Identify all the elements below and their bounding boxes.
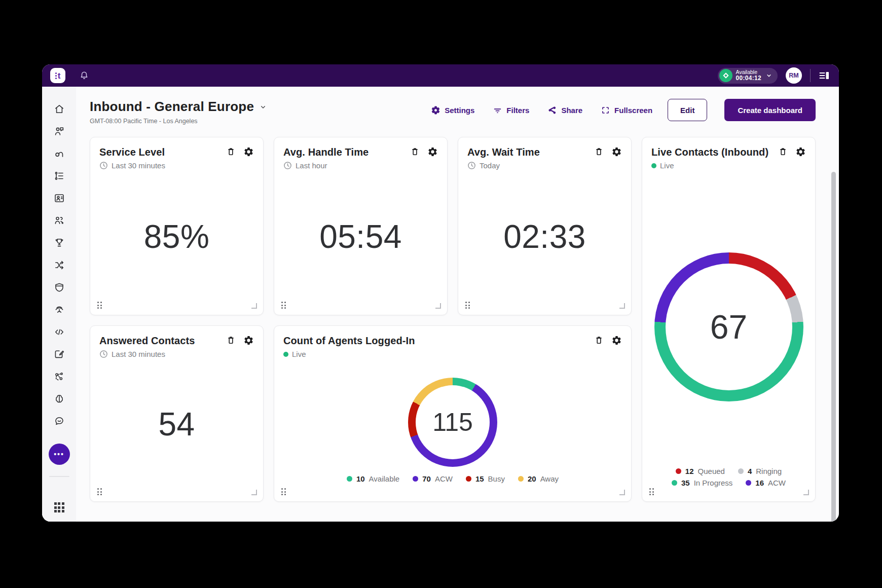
notifications-bell-icon[interactable]	[79, 70, 90, 81]
sidebar-divider	[49, 476, 69, 477]
resize-corner[interactable]	[435, 303, 441, 309]
donut-total: 67	[710, 308, 747, 346]
dashboard-selector[interactable]: Inbound - General Europe	[90, 99, 267, 115]
widget-settings-gear-icon[interactable]	[795, 146, 806, 157]
legend-item: 10 Available	[347, 474, 399, 483]
legend-dot	[676, 468, 681, 474]
agent-status-pill[interactable]: Available 00:04:12	[718, 68, 778, 84]
sidebar-item-home-icon[interactable]	[53, 103, 65, 115]
clock-icon	[283, 161, 292, 170]
sidebar-item-more[interactable]: •••	[49, 444, 70, 465]
sidebar-item-leaderboard-icon[interactable]	[53, 237, 65, 249]
sidebar-item-feedback-icon[interactable]	[53, 415, 65, 427]
sidebar-item-developer-icon[interactable]	[53, 326, 65, 338]
settings-label: Settings	[445, 106, 474, 115]
card-title: Answered Contacts	[99, 335, 195, 347]
sidebar-item-workflows-icon[interactable]	[53, 259, 65, 271]
status-available-icon	[719, 69, 732, 82]
sidebar-item-teams-icon[interactable]	[53, 214, 65, 227]
create-dashboard-button[interactable]: Create dashboard	[724, 99, 816, 121]
resize-corner[interactable]	[619, 303, 625, 309]
card-title: Live Contacts (Inbound)	[651, 146, 768, 158]
drag-handle[interactable]	[281, 488, 286, 495]
resize-corner[interactable]	[251, 303, 257, 309]
edit-button[interactable]: Edit	[668, 99, 707, 121]
main-content: Inbound - General Europe GMT-08:00 Pacif…	[76, 87, 839, 522]
card-service-level: Service Level Last 30 minutes 85%	[90, 137, 264, 315]
live-contacts-donut-chart: 67	[654, 252, 803, 401]
drag-handle[interactable]	[97, 302, 102, 309]
resize-corner[interactable]	[619, 490, 625, 495]
side-panel-toggle-icon[interactable]	[819, 70, 830, 81]
app-logo[interactable]: t	[50, 68, 65, 83]
sidebar-item-ai-assistant-icon[interactable]	[53, 393, 65, 405]
card-avg-handle-time: Avg. Handle Time Last hour 05:54	[274, 137, 448, 315]
logo-dots-icon	[55, 72, 57, 79]
drag-handle[interactable]	[281, 302, 286, 309]
legend-dot	[672, 480, 677, 486]
drag-handle[interactable]	[465, 302, 470, 309]
widget-settings-gear-icon[interactable]	[611, 335, 622, 346]
card-time-range: Today	[480, 161, 500, 170]
card-avg-wait-time: Avg. Wait Time Today 02:33	[458, 137, 632, 315]
answered-contacts-value: 54	[90, 406, 263, 443]
card-answered-contacts: Answered Contacts Last 30 minutes 54	[90, 325, 264, 502]
card-title: Avg. Wait Time	[467, 146, 540, 158]
card-time-range: Live	[292, 350, 306, 358]
filters-button[interactable]: Filters	[493, 105, 529, 115]
sidebar-item-channels-icon[interactable]	[53, 148, 65, 160]
fullscreen-button[interactable]: Fullscreen	[601, 105, 652, 115]
widget-settings-gear-icon[interactable]	[611, 146, 622, 157]
card-title: Service Level	[99, 146, 165, 158]
resize-corner[interactable]	[803, 490, 809, 495]
sidebar-item-conversations-icon[interactable]	[53, 125, 65, 137]
drag-handle[interactable]	[97, 488, 102, 495]
legend-item: 70 ACW	[413, 474, 453, 483]
sidebar-item-activity-icon[interactable]	[53, 170, 65, 182]
legend-item: 4 Ringing	[738, 467, 782, 475]
widget-settings-gear-icon[interactable]	[427, 146, 438, 157]
service-level-value: 85%	[90, 218, 263, 255]
sidebar-item-security-icon[interactable]	[53, 281, 65, 293]
sidebar-item-compose-icon[interactable]	[53, 348, 65, 360]
delete-widget-icon[interactable]	[226, 146, 236, 157]
widget-settings-gear-icon[interactable]	[243, 335, 254, 346]
clock-icon	[99, 350, 108, 358]
delete-widget-icon[interactable]	[594, 146, 604, 157]
share-button[interactable]: Share	[547, 105, 582, 115]
topbar: t Available 00:04:12	[42, 64, 839, 87]
cards-grid: Service Level Last 30 minutes 85%	[90, 137, 816, 502]
filter-icon	[493, 105, 502, 115]
sidebar-item-contacts-icon[interactable]	[53, 192, 65, 204]
delete-widget-icon[interactable]	[594, 335, 604, 346]
status-timer: 00:04:12	[736, 75, 761, 82]
card-title: Avg. Handle Time	[283, 146, 369, 158]
page-header: Inbound - General Europe GMT-08:00 Pacif…	[76, 87, 839, 125]
card-time-range: Last 30 minutes	[112, 161, 165, 170]
legend-item: 16 ACW	[746, 479, 786, 487]
sidebar-item-biometrics-icon[interactable]	[53, 304, 65, 316]
stage: t Available 00:04:12	[0, 0, 882, 588]
user-avatar[interactable]: RM	[786, 67, 802, 84]
fullscreen-icon	[601, 105, 610, 115]
legend-dot	[413, 476, 418, 482]
page-title: Inbound - General Europe	[90, 99, 254, 115]
avg-wait-time-value: 02:33	[458, 218, 631, 255]
delete-widget-icon[interactable]	[410, 146, 420, 157]
resize-corner[interactable]	[251, 490, 257, 495]
widget-settings-gear-icon[interactable]	[243, 146, 254, 157]
donut-total: 115	[432, 408, 473, 437]
delete-widget-icon[interactable]	[226, 335, 236, 346]
delete-widget-icon[interactable]	[778, 146, 788, 157]
live-contacts-legend: 12 Queued4 Ringing35 In Progress16 ACW	[642, 467, 815, 487]
vertical-scrollbar[interactable]	[831, 172, 836, 522]
legend-dot	[738, 468, 744, 474]
drag-handle[interactable]	[649, 488, 654, 495]
legend-dot	[518, 476, 524, 482]
apps-grid-icon[interactable]	[54, 502, 64, 512]
share-label: Share	[561, 106, 582, 115]
settings-button[interactable]: Settings	[431, 105, 474, 115]
share-icon	[547, 105, 557, 115]
card-agents-logged-in: Count of Agents Logged-In Live 115	[274, 325, 632, 502]
sidebar-item-integrations-icon[interactable]	[53, 371, 65, 383]
